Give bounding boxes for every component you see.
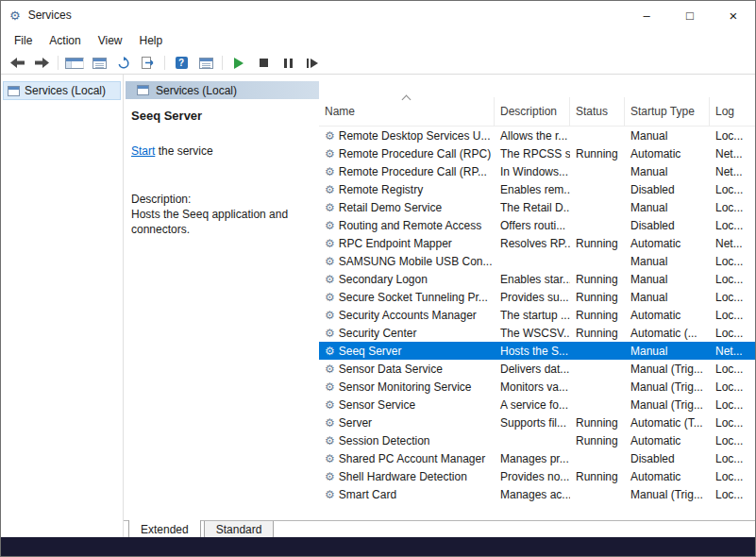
service-row[interactable]: ⚙ Secondary Logon Enables star... Runnin… <box>319 270 755 288</box>
service-row[interactable]: ⚙ Security Center The WSCSV... Running A… <box>319 324 755 342</box>
service-row[interactable]: ⚙ Sensor Monitoring Service Monitors va.… <box>319 378 755 396</box>
service-description-cell: Provides no... <box>495 470 570 483</box>
service-name-cell: ⚙ Remote Procedure Call (RP... <box>319 165 495 178</box>
service-gear-icon: ⚙ <box>325 363 335 375</box>
service-row[interactable]: ⚙ RPC Endpoint Mapper Resolves RP... Run… <box>319 234 755 252</box>
console-window-icon <box>137 85 149 95</box>
restart-service-icon[interactable] <box>303 55 322 72</box>
service-status-cell: Running <box>570 470 625 483</box>
service-description-cell: The startup ... <box>495 309 570 322</box>
service-log-on-as-cell: Net... <box>710 237 755 250</box>
service-row[interactable]: ⚙ Remote Procedure Call (RPC) The RPCSS … <box>319 144 755 162</box>
menu-bar: File Action View Help <box>1 29 755 52</box>
menu-file[interactable]: File <box>6 31 41 50</box>
service-row[interactable]: ⚙ Secure Socket Tunneling Pr... Provides… <box>319 288 755 306</box>
service-gear-icon: ⚙ <box>325 417 335 429</box>
service-name-cell: ⚙ Remote Procedure Call (RPC) <box>319 147 495 160</box>
stop-service-icon[interactable] <box>254 55 273 72</box>
service-log-on-as-cell: Net... <box>710 147 755 160</box>
pause-service-icon[interactable] <box>278 55 297 72</box>
service-row[interactable]: ⚙ Remote Desktop Services U... Allows th… <box>319 127 755 144</box>
service-row[interactable]: ⚙ Routing and Remote Access Offers routi… <box>319 216 755 234</box>
service-row[interactable]: ⚙ Retail Demo Service The Retail D... Ma… <box>319 198 755 216</box>
service-row[interactable]: ⚙ Remote Registry Enables rem... Disable… <box>319 180 755 198</box>
service-name-cell: ⚙ Shared PC Account Manager <box>319 452 495 465</box>
column-header-startup-type[interactable]: Startup Type <box>625 97 710 126</box>
service-startup-type-cell: Manual <box>625 165 710 178</box>
service-description-cell: Enables star... <box>495 273 570 286</box>
properties-icon[interactable] <box>90 55 109 72</box>
description-text: Hosts the Seeq application and connector… <box>131 208 299 237</box>
extended-view-icon[interactable] <box>196 55 215 72</box>
service-startup-type-cell: Automatic <box>625 434 710 447</box>
service-description-cell: Manages pr... <box>495 452 570 465</box>
service-description-cell: Monitors va... <box>495 380 570 394</box>
tree-item-services-local[interactable]: Services (Local) <box>3 81 121 100</box>
service-description-cell: A service fo... <box>495 398 570 412</box>
service-row[interactable]: ⚙ Sensor Data Service Delivers dat... Ma… <box>319 360 755 378</box>
service-name-cell: ⚙ RPC Endpoint Mapper <box>319 237 495 250</box>
column-header-description[interactable]: Description <box>495 97 570 126</box>
service-log-on-as-cell: Loc... <box>710 129 755 143</box>
console-window-icon <box>8 86 20 96</box>
service-gear-icon: ⚙ <box>325 202 335 213</box>
service-gear-icon: ⚙ <box>325 148 335 160</box>
export-list-icon[interactable] <box>139 55 158 72</box>
toolbar-separator <box>222 56 223 70</box>
service-startup-type-cell: Manual <box>625 345 710 358</box>
service-row[interactable]: ⚙ Shell Hardware Detection Provides no..… <box>319 467 755 485</box>
refresh-icon[interactable] <box>114 55 133 72</box>
console-tree-pane: Services (Local) <box>1 75 124 539</box>
menu-action[interactable]: Action <box>41 31 89 50</box>
services-table-body: ⚙ Remote Desktop Services U... Allows th… <box>319 127 755 503</box>
service-gear-icon: ⚙ <box>325 256 335 267</box>
service-startup-type-cell: Automatic (T... <box>625 416 710 430</box>
service-gear-icon: ⚙ <box>325 220 335 231</box>
forward-icon[interactable] <box>32 55 51 72</box>
service-name-cell: ⚙ Security Accounts Manager <box>319 309 495 322</box>
show-console-tree-icon[interactable] <box>65 55 84 72</box>
services-pane: Services (Local) Seeq Server Start the s… <box>124 75 755 539</box>
service-row[interactable]: ⚙ Shared PC Account Manager Manages pr..… <box>319 449 755 467</box>
service-description-cell: The RPCSS s... <box>495 147 570 160</box>
service-name-cell: ⚙ Secondary Logon <box>319 273 495 286</box>
service-row[interactable]: ⚙ SAMSUNG Mobile USB Con... Manual Loc..… <box>319 252 755 270</box>
main-area: Services (Local) Services (Local) Seeq S… <box>1 75 755 539</box>
service-startup-type-cell: Manual <box>625 291 710 304</box>
service-status-cell: Running <box>570 291 625 304</box>
service-row[interactable]: ⚙ Server Supports fil... Running Automat… <box>319 414 755 431</box>
service-startup-type-cell: Manual <box>625 255 710 268</box>
service-log-on-as-cell: Loc... <box>710 363 755 376</box>
service-log-on-as-cell: Loc... <box>710 219 755 232</box>
column-header-log-on-as[interactable]: Log <box>710 97 755 126</box>
help-icon[interactable]: ? <box>172 55 191 72</box>
start-service-link[interactable]: Start <box>131 144 155 158</box>
service-row[interactable]: ⚙ Smart Card Manages ac... Manual (Trig.… <box>319 485 755 503</box>
service-row[interactable]: ⚙ Seeq Server Hosts the S... Manual Net.… <box>319 342 755 360</box>
service-description-cell: Enables rem... <box>495 183 570 196</box>
service-log-on-as-cell: Loc... <box>710 183 755 196</box>
start-service-icon[interactable] <box>229 55 248 72</box>
tab-extended[interactable]: Extended <box>128 520 201 539</box>
menu-view[interactable]: View <box>90 31 131 50</box>
service-row[interactable]: ⚙ Remote Procedure Call (RP... In Window… <box>319 162 755 180</box>
service-description-cell: Delivers dat... <box>495 363 570 376</box>
close-button[interactable]: × <box>712 1 755 29</box>
service-name-cell: ⚙ Remote Desktop Services U... <box>319 129 495 143</box>
back-icon[interactable] <box>8 55 26 72</box>
service-log-on-as-cell: Loc... <box>710 309 755 322</box>
extended-info-panel: Seeq Server Start the service Descriptio… <box>126 99 320 520</box>
maximize-button[interactable]: □ <box>668 1 712 29</box>
service-gear-icon: ⚙ <box>325 471 335 482</box>
menu-help[interactable]: Help <box>131 31 172 50</box>
service-startup-type-cell: Disabled <box>625 452 710 465</box>
service-row[interactable]: ⚙ Sensor Service A service fo... Manual … <box>319 396 755 414</box>
service-startup-type-cell: Manual (Trig... <box>625 398 710 412</box>
column-header-status[interactable]: Status <box>570 97 625 126</box>
service-log-on-as-cell: Loc... <box>710 201 755 214</box>
service-name-cell: ⚙ Secure Socket Tunneling Pr... <box>319 291 495 304</box>
minimize-button[interactable]: – <box>625 1 668 29</box>
service-row[interactable]: ⚙ Security Accounts Manager The startup … <box>319 306 755 324</box>
service-log-on-as-cell: Net... <box>710 165 755 178</box>
service-row[interactable]: ⚙ Session Detection Running Automatic Lo… <box>319 431 755 449</box>
